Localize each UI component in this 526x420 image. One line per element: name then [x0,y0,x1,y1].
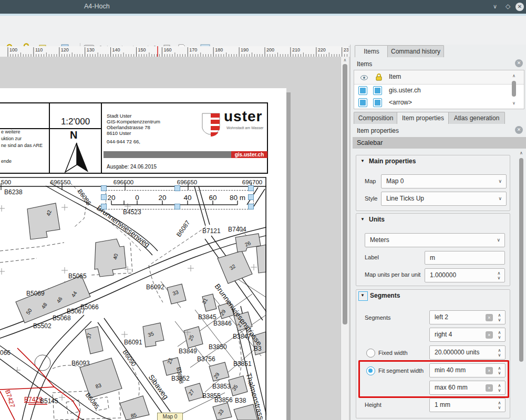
visibility-eye-icon [360,75,368,82]
label-input[interactable]: m [425,251,505,265]
list-scroll-up-icon[interactable]: ∧ [510,74,518,78]
collapse-triangle-icon[interactable]: ▼ [360,293,365,298]
selection-handle[interactable] [248,204,254,209]
margin-note-line: ne sind an das ARE [1,143,43,148]
svg-text:B3850: B3850 [209,343,227,351]
tab-items[interactable]: Items [355,45,388,57]
visibility-checkbox[interactable] [358,86,367,95]
spinner-arrows-icon[interactable]: ∧∨ [497,348,502,358]
svg-text:B5069: B5069 [26,290,45,297]
uster-logo-subtitle: Wohnstadt am Wasser [226,126,263,130]
map-units-per-bar-unit-label: Map units per bar unit [365,271,420,278]
fit-segment-width-radio[interactable] [366,366,375,375]
canvas-vertical-scrollbar[interactable]: ∧ [341,57,349,420]
selection-handle[interactable] [248,194,254,200]
items-panel-close-icon[interactable]: ✕ [515,59,523,67]
svg-text:180: 180 [215,47,223,52]
map-scale-text: 1:2'000 [49,117,101,127]
map-units-per-bar-unit-spinbox[interactable]: 1.000000 ∧∨ [425,268,505,282]
selected-item-type-header: Scalebar [353,137,526,149]
units-combobox[interactable]: Meters ∨ [365,233,505,247]
north-letter: N [70,129,77,141]
item-label: <arrow> [389,99,412,106]
map-combobox[interactable]: Map 0 ∨ [381,174,507,188]
scroll-up-icon[interactable]: ∧ [341,58,349,62]
address-line: GIS-Kompetenzzentrum [107,119,160,124]
height-spinbox[interactable]: 1 mm ∧∨ [429,398,506,412]
lock-checkbox[interactable] [373,86,382,95]
selection-handle[interactable] [174,204,180,209]
segments-right-spinbox[interactable]: right 4 × ∧∨ [429,328,506,342]
collapse-triangle-icon[interactable]: ▼ [360,217,365,222]
selection-handle[interactable] [101,194,107,200]
clear-icon[interactable]: × [486,384,493,392]
svg-text:230: 230 [344,47,348,52]
panel-scrollbar-thumb[interactable] [519,158,523,362]
titlebar: A4-Hoch ∨ ◇ ✕ [0,0,526,14]
height-label: Height [365,402,381,408]
spinbox-value: 20.000000 units [435,346,479,359]
banner-url: gis.uster.ch [231,151,267,158]
selection-handle[interactable] [174,185,180,191]
clear-icon[interactable]: × [486,367,493,374]
fit-min-spinbox[interactable]: min 40 mm × ∧∨ [429,363,506,377]
tab-atlas-generation[interactable]: Atlas generation [448,112,505,124]
svg-text:500: 500 [1,179,11,185]
panel-scroll-up-icon[interactable]: ∧ [518,151,525,155]
lock-column-icon [375,73,383,83]
group-title: Main properties [369,158,416,165]
tab-command-history[interactable]: Command history [387,45,444,57]
style-combobox[interactable]: Line Ticks Up ∨ [381,192,507,206]
items-panel-title: Items [357,60,372,68]
fixed-width-radio[interactable] [366,349,375,358]
chevron-down-icon: ∨ [497,234,500,247]
svg-text:B5068: B5068 [53,314,71,322]
svg-text:696600: 696600 [114,179,133,185]
spinner-arrows-icon[interactable]: ∧∨ [497,401,502,410]
spinner-arrows-icon[interactable]: ∧∨ [497,366,502,375]
tab-item-properties[interactable]: Item properties [397,112,449,124]
shade-icon[interactable]: ∨ [493,3,497,10]
map-frame[interactable]: 50069655069660069665069670020020406080 m… [0,177,266,420]
clear-icon[interactable]: × [486,314,493,321]
collapse-triangle-icon[interactable]: ▼ [360,159,365,163]
clear-icon[interactable]: × [486,331,493,339]
spinner-arrows-icon[interactable]: ∧∨ [496,271,502,280]
issue-date-text: Ausgabe: 24.06.2015 [107,164,157,170]
segments-left-spinbox[interactable]: left 2 × ∧∨ [429,310,506,324]
fit-max-spinbox[interactable]: max 60 mm × ∧∨ [429,381,506,395]
spinbox-value: left 2 [435,311,448,324]
window-title: A4-Hoch [84,3,110,10]
maximize-icon[interactable]: ◇ [506,3,510,10]
scrollbar-thumb[interactable] [343,64,347,324]
selection-handle[interactable] [248,185,254,191]
list-scroll-down-icon[interactable]: ∨ [510,101,518,106]
fixed-width-spinbox[interactable]: 20.000000 units ∧∨ [429,345,506,360]
item-properties-close-icon[interactable]: ✕ [515,126,523,134]
selection-handle[interactable] [101,185,107,191]
spinner-arrows-icon[interactable]: ∧∨ [497,313,502,322]
lock-checkbox[interactable] [373,98,382,107]
table-row[interactable]: <arrow> [354,96,509,108]
segments-label: Segments [365,314,391,321]
style-label: Style [365,195,377,202]
tab-composition[interactable]: Composition [354,112,398,124]
table-row[interactable]: gis.uster.ch [354,84,509,96]
svg-text:B7404: B7404 [228,226,246,233]
svg-text:B7427: B7427 [4,389,16,409]
spinner-arrows-icon[interactable]: ∧∨ [497,330,502,340]
svg-text:066: 066 [0,349,11,356]
list-scrollbar-thumb[interactable] [512,81,516,97]
visibility-checkbox[interactable] [358,98,367,107]
selection-handle[interactable] [101,204,107,209]
svg-text:200: 200 [266,47,274,52]
svg-text:B4523: B4523 [123,208,141,216]
items-table[interactable]: Item ∧ ∨ gis.uster.ch <arrow> [354,70,524,109]
svg-text:B6092: B6092 [146,284,164,291]
style-combobox-value: Line Ticks Up [386,192,424,205]
spinner-arrows-icon[interactable]: ∧∨ [497,383,502,393]
composition-canvas[interactable]: 1:2'000 N e weitere uktion zur ne sind a… [0,57,350,420]
svg-text:220: 220 [318,47,326,52]
close-window-icon[interactable]: ✕ [515,3,524,11]
map-item-tag: Map 0 [157,413,183,420]
